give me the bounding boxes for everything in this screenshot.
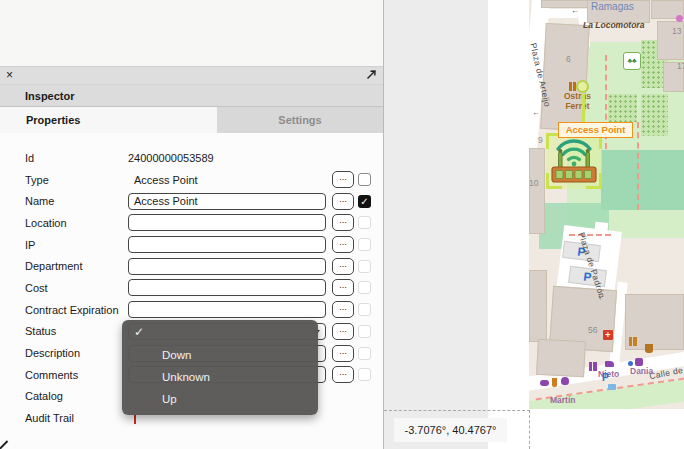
parking-icon: P xyxy=(602,372,609,383)
map-garden-area xyxy=(601,150,684,210)
menu-item-empty-selected[interactable]: ✓ xyxy=(122,321,318,344)
comments-more-button[interactable]: ... xyxy=(332,366,354,383)
bar-glass-icon xyxy=(552,378,557,387)
map-poi-label-line: Ferret xyxy=(564,102,591,112)
text-caret-mark xyxy=(134,415,136,424)
page-boundary-horizontal xyxy=(384,410,530,411)
cost-more-button[interactable]: ... xyxy=(332,279,354,296)
location-checkbox xyxy=(358,216,371,229)
map-footpath xyxy=(637,122,639,210)
department-input[interactable] xyxy=(128,258,326,275)
field-row-type: Type Access Point ... xyxy=(0,169,383,191)
map-housenumber: 9 xyxy=(538,135,543,145)
rotation-handle[interactable] xyxy=(576,80,589,93)
map-building xyxy=(529,148,545,234)
field-row-department: Department ... xyxy=(0,255,383,277)
name-checkbox[interactable]: ✓ xyxy=(358,195,371,208)
oneway-arrow-icon: ← xyxy=(532,108,540,117)
field-label: Type xyxy=(25,174,128,186)
close-icon[interactable]: × xyxy=(6,68,13,83)
field-label: Name xyxy=(25,195,128,207)
fish-shop-icon xyxy=(540,380,549,386)
map-housenumber: 17 xyxy=(677,61,684,71)
description-more-button[interactable]: ... xyxy=(332,345,354,362)
map-orchard-area xyxy=(608,94,637,122)
field-row-id: Id 24000000053589 xyxy=(0,147,383,169)
field-row-cost: Cost ... xyxy=(0,277,383,299)
name-input[interactable] xyxy=(128,193,326,210)
comments-checkbox xyxy=(358,368,371,381)
check-icon: ✓ xyxy=(134,325,144,339)
status-checkbox xyxy=(358,325,371,338)
contract-expiration-more-button[interactable]: ... xyxy=(332,301,354,318)
marker-label: Access Point xyxy=(558,122,633,138)
coordinates-readout: -3.7076°, 40.4767° xyxy=(394,418,507,442)
map-housenumber: 10 xyxy=(529,178,538,188)
name-more-button[interactable]: ... xyxy=(332,193,354,210)
field-label: Description xyxy=(25,347,128,359)
cost-input[interactable] xyxy=(128,279,326,296)
field-row-ip: IP ... xyxy=(0,234,383,256)
field-label: Department xyxy=(25,260,128,272)
map-canvas[interactable]: P P Ramagas La Locomotora Plaza de Artei… xyxy=(529,0,684,409)
status-dropdown-menu: ✓ Down Unknown Up xyxy=(122,320,318,415)
map-building xyxy=(541,0,589,8)
ip-more-button[interactable]: ... xyxy=(332,236,354,253)
map-building xyxy=(536,339,586,377)
map-shop-label: Dania xyxy=(630,366,653,376)
field-label: IP xyxy=(25,239,128,251)
menu-item-up[interactable]: Up xyxy=(122,388,318,410)
id-value: 24000000053589 xyxy=(128,152,214,164)
poi-dot-icon xyxy=(676,15,683,22)
department-more-button[interactable]: ... xyxy=(332,258,354,275)
location-more-button[interactable]: ... xyxy=(332,214,354,231)
map-housenumber: 13 xyxy=(672,26,681,36)
greengrocer-icon xyxy=(561,377,569,385)
type-value: Access Point xyxy=(128,174,326,186)
field-label: Audit Trail xyxy=(25,412,128,424)
map-poi-label: Ostras Ferret xyxy=(564,92,591,111)
pharmacy-cross-icon: + xyxy=(603,330,613,340)
map-building xyxy=(529,270,547,342)
expand-icon[interactable] xyxy=(365,67,377,85)
field-label: Contract Expiration xyxy=(25,304,128,316)
ip-input[interactable] xyxy=(128,236,326,253)
map-housenumber: 6 xyxy=(566,54,571,64)
inspector-titlebar: × xyxy=(0,67,383,85)
field-row-contract-expiration: Contract Expiration ... xyxy=(0,299,383,321)
canvas-gutter xyxy=(384,0,488,449)
inspector-tabs: Properties Settings xyxy=(0,107,383,133)
contract-expiration-input[interactable] xyxy=(128,301,326,318)
selection-corner[interactable] xyxy=(586,173,602,189)
inspector-title: Inspector xyxy=(0,85,383,107)
poi-blue-icon xyxy=(608,384,616,390)
field-row-location: Location ... xyxy=(0,212,383,234)
map-footpath xyxy=(569,234,611,236)
field-label: Catalog xyxy=(25,390,128,402)
cafe-cup-icon xyxy=(645,344,653,353)
map-housenumber: 56 xyxy=(588,325,597,335)
selection-corner[interactable] xyxy=(546,173,562,189)
poi-dot-icon xyxy=(628,361,633,366)
status-more-button[interactable]: ... xyxy=(332,323,354,340)
tab-settings[interactable]: Settings xyxy=(217,107,383,133)
location-input[interactable] xyxy=(128,214,326,231)
shop-icon xyxy=(635,358,643,366)
type-checkbox[interactable] xyxy=(358,173,371,186)
field-label: Id xyxy=(25,152,128,164)
map-place-label: Ramagas xyxy=(591,1,634,12)
access-point-marker[interactable] xyxy=(546,131,602,189)
oneway-arrow-icon: ← xyxy=(580,231,588,240)
description-checkbox xyxy=(358,347,371,360)
department-checkbox xyxy=(358,260,371,273)
map-poi-label: La Locomotora xyxy=(583,20,644,30)
menu-item-unknown[interactable]: Unknown xyxy=(122,366,318,388)
field-label: Status xyxy=(25,325,128,337)
menu-item-down[interactable]: Down xyxy=(122,344,318,366)
shoe-shop-icon xyxy=(605,361,614,367)
tab-properties[interactable]: Properties xyxy=(0,107,217,133)
park-trees-icon: ♣♣ xyxy=(623,52,641,70)
cost-checkbox xyxy=(358,281,371,294)
map-shop-label: Martín xyxy=(550,395,576,405)
type-more-button[interactable]: ... xyxy=(332,171,354,188)
